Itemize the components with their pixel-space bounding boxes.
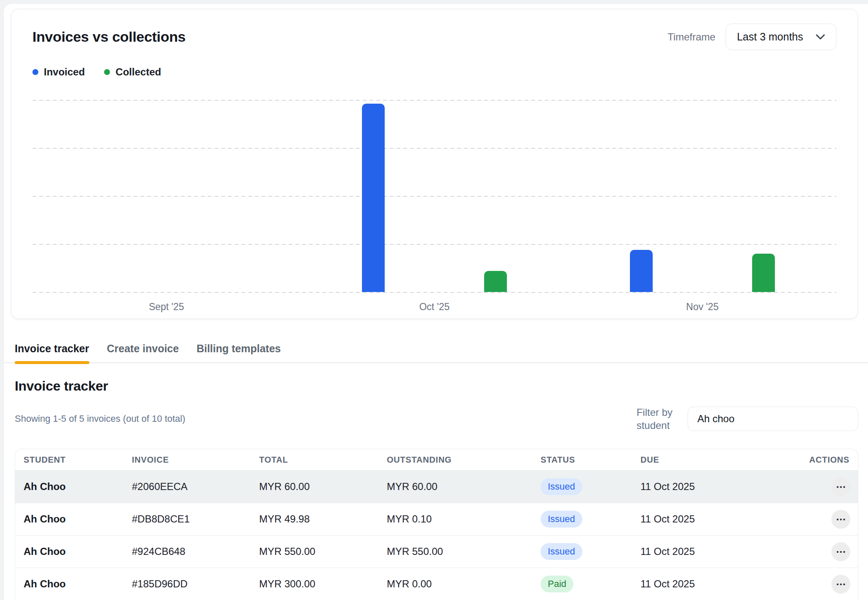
bar-group-sept-25 [32, 100, 300, 292]
tab-billing-templates[interactable]: Billing templates [196, 343, 281, 362]
row-actions-button[interactable]: ••• [831, 542, 850, 561]
x-axis-labels: Sept '25Oct '25Nov '25 [32, 301, 836, 313]
invoiced-bar-nov-25 [630, 250, 653, 292]
cell-invoice-number: #924CB648 [123, 546, 251, 557]
tab-invoice-tracker[interactable]: Invoice tracker [15, 343, 89, 362]
timeframe-label: Timeframe [667, 31, 715, 43]
chevron-down-icon [816, 34, 825, 40]
section-heading: Invoice tracker [15, 378, 858, 394]
status-badge-issued: Issued [541, 543, 582, 560]
legend-item-invoiced: Invoiced [32, 66, 85, 78]
bar-groups [32, 100, 836, 292]
cell-status: Issued [532, 511, 632, 528]
cell-actions: ••• [831, 510, 858, 529]
student-filter: Filter by student [637, 406, 858, 432]
cell-student: Ah Choo [15, 578, 123, 590]
invoiced-bar-oct-25 [362, 104, 385, 292]
cell-actions: ••• [831, 542, 858, 561]
collected-bar-nov-25 [752, 254, 775, 292]
gridline [32, 292, 836, 293]
status-badge-paid: Paid [541, 576, 573, 592]
cell-invoice-number: #DB8D8CE1 [123, 513, 251, 525]
showing-count-text: Showing 1-5 of 5 invoices (out of 10 tot… [15, 413, 185, 424]
column-header-outstanding: OUTSTANDING [378, 455, 532, 465]
legend-item-collected: Collected [104, 66, 161, 78]
x-tick-label: Nov '25 [568, 301, 836, 313]
cell-student: Ah Choo [15, 513, 123, 525]
timeframe-selected-value: Last 3 months [737, 31, 803, 43]
cell-outstanding: MYR 60.00 [378, 481, 532, 493]
cell-due-date: 11 Oct 2025 [632, 546, 799, 557]
column-header-total: TOTAL [251, 455, 378, 465]
column-header-status: STATUS [532, 455, 632, 465]
cell-total: MYR 60.00 [251, 481, 378, 493]
bar-group-oct-25 [300, 100, 568, 292]
chart-card-header: Invoices vs collections Timeframe Last 3… [32, 24, 836, 50]
cell-outstanding: MYR 0.10 [378, 513, 532, 525]
column-header-due: DUE [632, 455, 799, 465]
cell-due-date: 11 Oct 2025 [632, 513, 799, 525]
student-filter-input[interactable] [688, 407, 858, 431]
table-meta-row: Showing 1-5 of 5 invoices (out of 10 tot… [15, 406, 858, 432]
cell-total: MYR 49.98 [251, 513, 378, 525]
cell-status: Paid [532, 576, 632, 592]
cell-actions: ••• [831, 477, 858, 496]
x-tick-label: Sept '25 [32, 301, 300, 313]
row-actions-button[interactable]: ••• [831, 575, 850, 594]
cell-student: Ah Choo [15, 481, 123, 493]
table-row[interactable]: Ah Choo#924CB648MYR 550.00MYR 550.00Issu… [15, 535, 858, 568]
chart-title: Invoices vs collections [32, 29, 185, 45]
cell-total: MYR 300.00 [251, 578, 378, 590]
legend-dot-icon [32, 69, 38, 75]
cell-status: Issued [532, 478, 632, 495]
table-row[interactable]: Ah Choo#185D96DDMYR 300.00MYR 0.00Paid11… [15, 568, 858, 600]
cell-actions: ••• [831, 575, 858, 594]
cell-total: MYR 550.00 [251, 546, 378, 557]
cell-student: Ah Choo [15, 546, 123, 557]
table-body: Ah Choo#2060EECAMYR 60.00MYR 60.00Issued… [15, 470, 858, 600]
invoice-tracker-section: Invoice tracker Showing 1-5 of 5 invoice… [4, 378, 868, 600]
legend-label: Invoiced [44, 66, 85, 78]
cell-outstanding: MYR 0.00 [378, 578, 532, 590]
cell-due-date: 11 Oct 2025 [632, 481, 799, 493]
cell-invoice-number: #185D96DD [123, 578, 251, 590]
column-header-invoice: INVOICE [123, 455, 251, 465]
bar-chart-plot [32, 100, 836, 292]
cell-invoice-number: #2060EECA [123, 481, 251, 493]
cell-status: Issued [532, 543, 632, 560]
tab-create-invoice[interactable]: Create invoice [107, 343, 179, 362]
cell-due-date: 11 Oct 2025 [632, 578, 799, 590]
timeframe-select[interactable]: Last 3 months [726, 24, 836, 50]
timeframe-control: Timeframe Last 3 months [667, 24, 836, 50]
bar-group-nov-25 [568, 100, 836, 292]
column-header-student: STUDENT [15, 455, 123, 465]
table-row[interactable]: Ah Choo#2060EECAMYR 60.00MYR 60.00Issued… [15, 470, 858, 503]
collected-bar-oct-25 [484, 271, 507, 292]
tabs-bar: Invoice trackerCreate invoiceBilling tem… [4, 343, 868, 363]
table-row[interactable]: Ah Choo#DB8D8CE1MYR 49.98MYR 0.10Issued1… [15, 503, 858, 535]
row-actions-button[interactable]: ••• [831, 477, 850, 496]
invoices-vs-collections-card: Invoices vs collections Timeframe Last 3… [11, 9, 858, 319]
cell-outstanding: MYR 550.00 [378, 546, 532, 557]
status-badge-issued: Issued [541, 511, 582, 528]
status-badge-issued: Issued [541, 478, 582, 495]
legend-label: Collected [115, 66, 161, 78]
x-tick-label: Oct '25 [300, 301, 568, 313]
table-header-row: STUDENTINVOICETOTALOUTSTANDINGSTATUSDUEA… [15, 449, 858, 470]
chart-legend: InvoicedCollected [32, 66, 836, 78]
legend-dot-icon [104, 69, 110, 75]
filter-by-student-label: Filter by student [637, 406, 672, 432]
column-header-actions: ACTIONS [809, 455, 858, 465]
row-actions-button[interactable]: ••• [831, 510, 850, 529]
invoice-table: STUDENTINVOICETOTALOUTSTANDINGSTATUSDUEA… [15, 449, 858, 600]
page-container: Invoices vs collections Timeframe Last 3… [3, 3, 868, 600]
